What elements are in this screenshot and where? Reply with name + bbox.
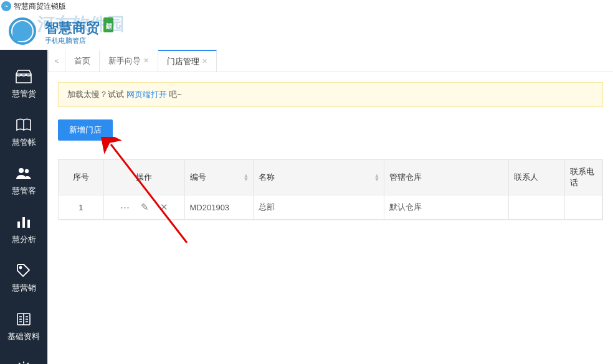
tab-store-manage[interactable]: 门店管理 ✕ (158, 50, 217, 72)
gear-icon (15, 360, 32, 364)
more-icon[interactable]: ⋯ (120, 202, 130, 213)
sort-icon: ▲▼ (244, 174, 249, 182)
cell-warehouse: 默认仓库 (384, 195, 508, 220)
tab-guide[interactable]: 新手向导 ✕ (100, 50, 158, 72)
notice-suffix: 吧~ (169, 90, 182, 99)
close-icon[interactable]: ✕ (143, 57, 149, 65)
th-code[interactable]: 编号▲▼ (184, 160, 253, 195)
sidebar-item-basic[interactable]: 基础资料 (0, 304, 47, 352)
notebook-icon (15, 311, 32, 327)
cell-phone (564, 195, 602, 220)
cell-name: 总部 (253, 195, 384, 220)
notice-prefix: 加载太慢？试试 (67, 90, 126, 99)
add-store-button[interactable]: 新增门店 (58, 119, 113, 141)
sidebar-item-goods[interactable]: 慧管货 (0, 61, 47, 110)
book-icon (15, 117, 32, 133)
th-seq: 序号 (59, 160, 103, 195)
sidebar-item-label: 慧分析 (12, 234, 36, 245)
users-icon (15, 166, 32, 182)
sort-icon: ▲▼ (374, 174, 380, 182)
cell-seq: 1 (59, 195, 103, 220)
th-op: 操作 (103, 160, 184, 195)
app-icon: ~ (1, 1, 11, 11)
th-phone: 联系电话 (564, 160, 602, 195)
cell-code: MD201903 (184, 195, 253, 220)
tab-prev-button[interactable]: < (48, 50, 65, 72)
tab-home[interactable]: 首页 (65, 50, 100, 72)
brand-name: 智慧商贸 (45, 20, 100, 35)
logo-area: 智慧商贸 连锁版 手机电脑管店 (5, 14, 113, 49)
tab-label: 新手向导 (108, 55, 141, 67)
brand-badge: 连锁版 (103, 17, 113, 32)
delete-icon[interactable]: ✕ (160, 202, 168, 213)
th-contact: 联系人 (508, 160, 564, 195)
sidebar-item-label: 慧管帐 (12, 137, 36, 148)
sidebar-item-analysis[interactable]: 慧分析 (0, 207, 47, 255)
sidebar: 慧管货 慧管帐 慧管客 慧分析 慧营销 (0, 50, 47, 364)
logo-icon (5, 14, 40, 49)
titlebar: ~ 智慧商贸连锁版 (0, 0, 613, 12)
table-container: 序号 操作 编号▲▼ 名称▲▼ 管辖仓库 联系人 联系电话 1 (58, 159, 603, 220)
window-title: 智慧商贸连锁版 (14, 1, 66, 12)
tabs-row: < 首页 新手向导 ✕ 门店管理 ✕ (48, 50, 613, 72)
header: 河东软件园 智慧商贸 连锁版 手机电脑管店 (0, 12, 613, 50)
tab-label: 首页 (74, 55, 90, 67)
store-icon (15, 68, 32, 85)
store-table: 序号 操作 编号▲▼ 名称▲▼ 管辖仓库 联系人 联系电话 1 (59, 160, 602, 220)
svg-rect-4 (27, 220, 30, 228)
notice-link[interactable]: 网页端打开 (126, 90, 167, 99)
sidebar-item-account[interactable]: 慧管帐 (0, 110, 47, 158)
cell-op: ⋯ ✎ ✕ (103, 195, 184, 220)
sidebar-item-label: 慧管货 (12, 88, 36, 100)
sidebar-item-label: 基础资料 (7, 331, 40, 342)
svg-rect-2 (17, 222, 20, 228)
notice-bar: 加载太慢？试试 网页端打开 吧~ (58, 82, 603, 107)
sidebar-item-marketing[interactable]: 慧营销 (0, 255, 47, 304)
cell-contact (508, 195, 564, 220)
sidebar-item-customer[interactable]: 慧管客 (0, 158, 47, 207)
toolbar: 新增门店 (48, 107, 613, 153)
content-area: < 首页 新手向导 ✕ 门店管理 ✕ 加载太慢？试试 网页端打开 吧~ 新增门店 (47, 50, 613, 364)
th-name[interactable]: 名称▲▼ (253, 160, 384, 195)
brand-sub: 手机电脑管店 (45, 36, 113, 45)
close-icon[interactable]: ✕ (202, 57, 207, 65)
tag-icon (15, 263, 32, 279)
chart-icon (15, 214, 32, 230)
table-row: 1 ⋯ ✎ ✕ MD201903 总部 默认仓库 (59, 195, 602, 220)
edit-icon[interactable]: ✎ (141, 202, 149, 213)
tab-label: 门店管理 (167, 56, 199, 67)
sidebar-item-label: 慧管客 (12, 185, 36, 197)
svg-point-0 (19, 168, 24, 173)
svg-point-5 (20, 267, 22, 269)
th-warehouse: 管辖仓库 (384, 160, 508, 195)
sidebar-item-settings[interactable]: 系统设置 (0, 352, 47, 364)
svg-point-1 (25, 169, 29, 173)
sidebar-item-label: 慧营销 (12, 282, 36, 294)
svg-rect-3 (22, 217, 25, 228)
